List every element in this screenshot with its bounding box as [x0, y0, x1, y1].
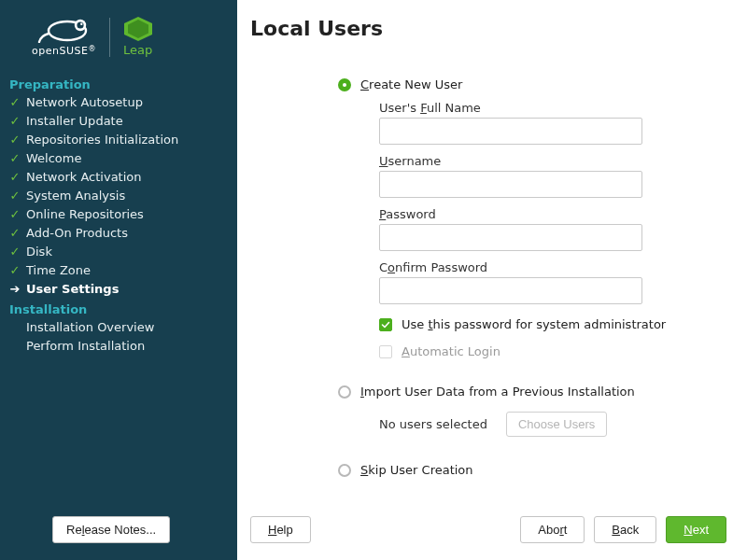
password-label: Password [379, 207, 725, 221]
geeko-icon [35, 17, 92, 43]
install-steps: Preparation ✓Network Autosetup ✓Installe… [0, 74, 237, 356]
opensuse-wordmark: openSUSE® [32, 45, 96, 57]
step-perform-installation: •Perform Installation [9, 337, 237, 356]
step-addon-products: ✓Add-On Products [9, 224, 237, 243]
release-notes-button[interactable]: Release Notes... [52, 516, 170, 543]
sidebar: openSUSE® Leap Preparation ✓Network Auto… [0, 0, 237, 560]
step-system-analysis: ✓System Analysis [9, 187, 237, 205]
step-network-autosetup: ✓Network Autosetup [9, 93, 237, 112]
username-label: Username [379, 154, 725, 168]
radio-skip-user-creation[interactable]: Skip User Creation [338, 463, 725, 477]
checkbox-icon [379, 318, 392, 331]
import-subrow: No users selected Choose Users [379, 412, 725, 437]
back-button[interactable]: Back [594, 516, 656, 543]
checkbox-icon [379, 345, 392, 358]
step-installer-update: ✓Installer Update [9, 112, 237, 131]
confirm-label: Confirm Password [379, 260, 725, 274]
choose-users-button: Choose Users [506, 412, 607, 437]
leap-icon [124, 17, 152, 41]
logo-leap: Leap [123, 17, 152, 57]
page-title: Local Users [250, 17, 725, 40]
svg-point-3 [81, 23, 83, 25]
step-welcome: ✓Welcome [9, 149, 237, 168]
leap-wordmark: Leap [123, 43, 152, 57]
step-installation-overview: •Installation Overview [9, 318, 237, 337]
username-input[interactable] [379, 171, 642, 198]
checkbox-automatic-login[interactable]: Automatic Login [379, 344, 725, 358]
radio-dot-icon [338, 385, 351, 399]
password-input[interactable] [379, 224, 642, 251]
help-button[interactable]: Help [250, 516, 311, 543]
next-button[interactable]: Next [666, 516, 726, 543]
step-repositories-init: ✓Repositories Initialization [9, 131, 237, 149]
create-user-fields: User's Full Name Username Password Confi… [379, 101, 725, 304]
brand-divider [109, 18, 110, 57]
step-disk: ✓Disk [9, 243, 237, 261]
svg-point-2 [78, 21, 84, 28]
step-time-zone: ✓Time Zone [9, 261, 237, 280]
fullname-label: User's Full Name [379, 101, 725, 115]
import-status: No users selected [379, 417, 487, 431]
main-panel: Local Users Create New User User's Full … [237, 0, 747, 560]
radio-dot-icon [338, 78, 351, 91]
user-form: Create New User User's Full Name Usernam… [338, 77, 725, 477]
step-online-repositories: ✓Online Repositories [9, 205, 237, 224]
fullname-input[interactable] [379, 118, 642, 145]
step-network-activation: ✓Network Activation [9, 168, 237, 187]
radio-import-user-data[interactable]: Import User Data from a Previous Install… [338, 385, 725, 399]
section-installation: Installation [9, 299, 237, 318]
step-user-settings: ➔User Settings [9, 280, 237, 299]
section-preparation: Preparation [9, 74, 237, 93]
abort-button[interactable]: Abort [520, 516, 585, 543]
button-bar: Help Abort Back Next [250, 516, 726, 543]
radio-create-new-user[interactable]: Create New User [338, 77, 725, 91]
checkbox-use-for-root[interactable]: Use this password for system administrat… [379, 317, 725, 331]
branding: openSUSE® Leap [0, 0, 237, 68]
radio-dot-icon [338, 464, 351, 477]
confirm-password-input[interactable] [379, 277, 642, 304]
logo-opensuse: openSUSE® [32, 17, 96, 57]
